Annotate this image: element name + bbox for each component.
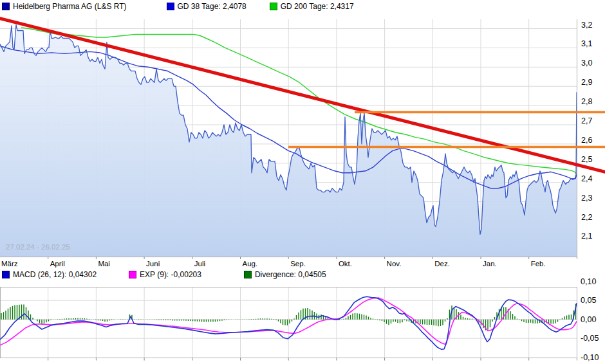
- exp-swatch: [129, 271, 136, 278]
- price-y-tick-label: 3,1: [581, 39, 592, 48]
- month-label: Sep.: [290, 260, 306, 268]
- month-label: Okt.: [339, 260, 352, 268]
- legend-item-instrument: Heidelberg Pharma AG (L&S RT): [2, 2, 127, 11]
- stock-chart-page: 3,23,13,02,92,82,72,62,52,42,32,22,127.0…: [0, 0, 605, 364]
- price-y-tick-label: 2,2: [581, 213, 592, 222]
- price-y-tick-label: 2,9: [581, 78, 592, 87]
- price-y-tick-label: 2,6: [581, 136, 592, 145]
- divergence-label: Divergence: 0,04505: [255, 270, 326, 279]
- divergence-swatch: [244, 271, 252, 278]
- macd-label: MACD (26, 12): 0,04302: [13, 270, 97, 279]
- macd-y-tick-label: 0,05: [581, 296, 596, 305]
- price-y-tick-label: 2,7: [581, 116, 592, 125]
- macd-y-tick-label: -0,05: [581, 334, 599, 343]
- month-label: April: [50, 260, 65, 268]
- price-y-tick-label: 2,3: [581, 194, 592, 203]
- month-label: Juli: [194, 260, 205, 268]
- legend-item-divergence: Divergence: 0,04505: [244, 270, 326, 279]
- gd200-label: GD 200 Tage: 2,4317: [281, 2, 354, 11]
- legend-item-macd: MACD (26, 12): 0,04302: [2, 270, 97, 279]
- instrument-label: Heidelberg Pharma AG (L&S RT): [13, 2, 127, 11]
- month-label: Feb.: [531, 260, 546, 268]
- month-label: Jan.: [483, 260, 497, 268]
- month-label: März: [1, 260, 18, 268]
- price-y-tick-label: 2,8: [581, 97, 592, 106]
- legend-item-exp: EXP (9): -0,00203: [129, 270, 201, 279]
- month-label: Dez.: [434, 260, 450, 268]
- macd-swatch: [2, 271, 10, 278]
- legend-item-gd200: GD 200 Tage: 2,4317: [270, 2, 354, 11]
- price-y-tick-label: 2,5: [581, 155, 592, 164]
- gd38-label: GD 38 Tage: 2,4078: [178, 2, 247, 11]
- price-legend: Heidelberg Pharma AG (L&S RT) GD 38 Tage…: [2, 2, 354, 11]
- macd-legend: MACD (26, 12): 0,04302 EXP (9): -0,00203…: [2, 270, 326, 279]
- price-y-tick-label: 2,1: [581, 232, 592, 241]
- price-y-tick-label: 3,0: [581, 59, 592, 68]
- price-y-tick-label: 3,2: [581, 21, 592, 30]
- month-label: Mai: [98, 260, 110, 268]
- month-label: Juni: [146, 260, 160, 268]
- price-y-tick-label: 2,4: [581, 174, 592, 183]
- month-label: Nov.: [387, 260, 402, 268]
- macd-y-tick-label: -0,10: [581, 353, 599, 362]
- legend-item-gd38: GD 38 Tage: 2,4078: [167, 2, 247, 11]
- macd-y-tick-label: 0,10: [581, 277, 596, 286]
- date-range-watermark: 27.02.24 - 26.02.25: [6, 243, 70, 251]
- month-label: Aug.: [243, 260, 258, 268]
- instrument-swatch: [2, 3, 10, 10]
- gd38-swatch: [167, 3, 174, 10]
- exp-label: EXP (9): -0,00203: [140, 270, 201, 279]
- gd200-swatch: [270, 3, 277, 10]
- chart-canvas: 3,23,13,02,92,82,72,62,52,42,32,22,127.0…: [0, 0, 605, 364]
- macd-y-tick-label: 0,00: [581, 315, 596, 324]
